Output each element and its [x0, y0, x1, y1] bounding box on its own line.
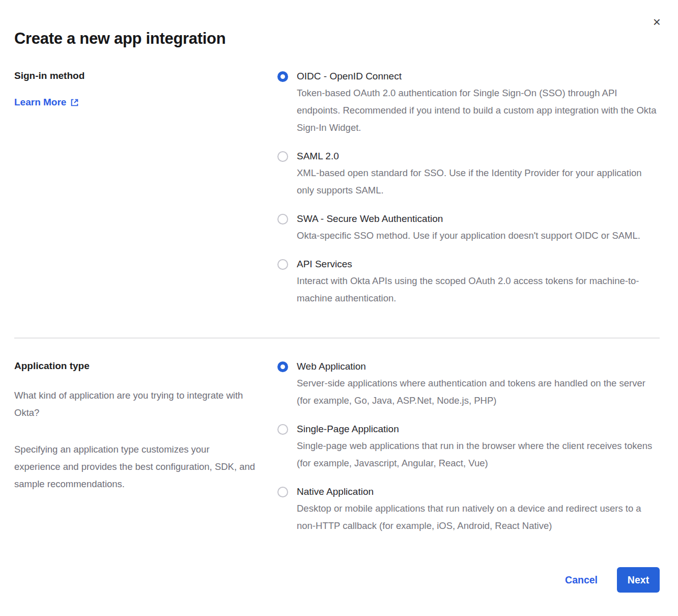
radio-option-swa[interactable]: SWA - Secure Web Authentication Okta-spe… — [277, 213, 660, 244]
radio-unselected-icon[interactable] — [277, 487, 288, 497]
learn-more-link[interactable]: Learn More — [14, 97, 79, 108]
option-title: Native Application — [297, 486, 659, 498]
option-description: Interact with Okta APIs using the scoped… — [297, 272, 659, 307]
option-title: SWA - Secure Web Authentication — [297, 213, 640, 225]
application-type-section: Application type What kind of applicatio… — [14, 360, 660, 535]
learn-more-label: Learn More — [14, 97, 66, 108]
option-title: API Services — [297, 258, 659, 270]
radio-selected-icon[interactable] — [277, 71, 288, 82]
option-description: Server-side applications where authentic… — [297, 375, 659, 409]
option-title: Web Application — [297, 360, 659, 373]
dialog-footer: Cancel Next — [565, 567, 660, 593]
external-link-icon — [70, 98, 79, 107]
radio-option-single-page-application[interactable]: Single-Page Application Single-page web … — [277, 423, 660, 472]
option-description: XML-based open standard for SSO. Use if … — [297, 164, 659, 199]
option-title: Single-Page Application — [297, 423, 659, 435]
radio-option-oidc[interactable]: OIDC - OpenID Connect Token-based OAuth … — [277, 70, 660, 136]
option-title: OIDC - OpenID Connect — [297, 70, 659, 82]
next-button[interactable]: Next — [617, 567, 660, 593]
application-type-label: Application type — [14, 360, 257, 372]
radio-unselected-icon[interactable] — [277, 151, 288, 162]
option-description: Single-page web applications that run in… — [297, 437, 659, 472]
radio-option-web-application[interactable]: Web Application Server-side applications… — [277, 360, 660, 409]
section-divider — [14, 338, 660, 339]
radio-option-api-services[interactable]: API Services Interact with Okta APIs usi… — [277, 258, 660, 307]
radio-unselected-icon[interactable] — [277, 259, 288, 270]
option-title: SAML 2.0 — [297, 150, 659, 162]
radio-unselected-icon[interactable] — [277, 214, 288, 225]
cancel-button[interactable]: Cancel — [565, 574, 598, 586]
application-type-helper-text: Specifying an application type customize… — [14, 441, 257, 493]
radio-selected-icon[interactable] — [277, 361, 288, 372]
option-description: Desktop or mobile applications that run … — [297, 500, 659, 535]
page-title: Create a new app integration — [14, 30, 660, 48]
radio-option-saml[interactable]: SAML 2.0 XML-based open standard for SSO… — [277, 150, 660, 199]
sign-in-method-label: Sign-in method — [14, 70, 257, 81]
create-app-integration-dialog: × Create a new app integration Sign-in m… — [0, 0, 678, 616]
option-description: Token-based OAuth 2.0 authentication for… — [297, 85, 659, 136]
sign-in-method-section: Sign-in method Learn More OIDC - OpenID … — [14, 70, 660, 307]
option-description: Okta-specific SSO method. Use if your ap… — [297, 227, 640, 244]
radio-unselected-icon[interactable] — [277, 424, 288, 435]
application-type-helper-text: What kind of application are you trying … — [14, 387, 257, 422]
radio-option-native-application[interactable]: Native Application Desktop or mobile app… — [277, 486, 660, 535]
close-icon[interactable]: × — [653, 15, 661, 29]
